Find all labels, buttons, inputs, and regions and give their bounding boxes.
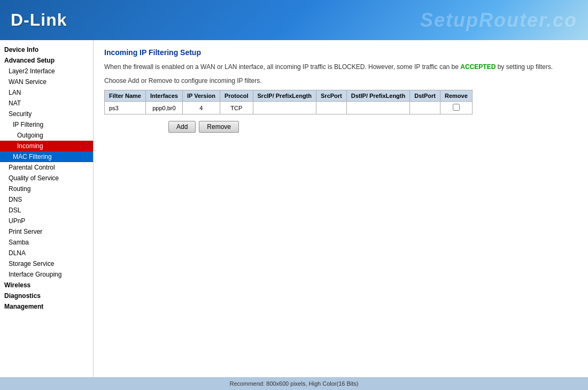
watermark: SetupRouter.co — [420, 9, 577, 32]
sidebar-item-nat[interactable]: NAT — [0, 98, 93, 109]
sidebar-item-upnp[interactable]: UPnP — [0, 216, 93, 226]
col-srcip: SrcIP/ PrefixLength — [253, 90, 316, 102]
page-title: Incoming IP Filtering Setup — [104, 48, 577, 57]
cell-interfaces: ppp0,br0 — [145, 102, 182, 114]
description-accepted: ACCEPTED — [460, 63, 496, 71]
footer: Recommend: 800x600 pixels, High Color(16… — [0, 377, 588, 390]
cell-src-ip — [253, 102, 316, 114]
table-row: ps3 ppp0,br0 4 TCP — [105, 102, 473, 114]
col-dstip: DstIP/ PrefixLength — [346, 90, 409, 102]
logo: D-Link — [11, 10, 67, 30]
description-part1: When the firewall is enabled on a WAN or… — [104, 63, 460, 71]
sidebar-item-incoming[interactable]: Incoming — [0, 141, 93, 151]
sidebar-item-dlna[interactable]: DLNA — [0, 248, 93, 258]
button-row: Add Remove — [168, 121, 577, 133]
sidebar-item-parental-control[interactable]: Parental Control — [0, 162, 93, 173]
sidebar-item-dns[interactable]: DNS — [0, 194, 93, 205]
col-srcport: SrcPort — [316, 90, 347, 102]
instruction-text: Choose Add or Remove to configure incomi… — [104, 77, 577, 85]
sidebar: Device Info Advanced Setup Layer2 Interf… — [0, 40, 94, 377]
sidebar-item-print-server[interactable]: Print Server — [0, 226, 93, 237]
description: When the firewall is enabled on a WAN or… — [104, 62, 577, 72]
cell-src-port — [316, 102, 347, 114]
layout: Device Info Advanced Setup Layer2 Interf… — [0, 40, 588, 377]
sidebar-item-advanced-setup[interactable]: Advanced Setup — [0, 55, 93, 66]
header: D-Link SetupRouter.co — [0, 0, 588, 40]
sidebar-item-outgoing[interactable]: Outgoing — [0, 130, 93, 141]
sidebar-item-layer2-interface[interactable]: Layer2 Interface — [0, 66, 93, 77]
col-protocol: Protocol — [220, 90, 253, 102]
remove-checkbox[interactable] — [453, 104, 460, 111]
cell-dst-port — [410, 102, 440, 114]
main-content: Incoming IP Filtering Setup When the fir… — [94, 40, 588, 377]
sidebar-item-management[interactable]: Management — [0, 301, 93, 312]
cell-dst-ip — [346, 102, 409, 114]
col-filter-name: Filter Name — [105, 90, 146, 102]
sidebar-item-security[interactable]: Security — [0, 109, 93, 119]
sidebar-item-wireless[interactable]: Wireless — [0, 280, 93, 290]
sidebar-item-wan-service[interactable]: WAN Service — [0, 77, 93, 87]
sidebar-item-diagnostics[interactable]: Diagnostics — [0, 290, 93, 301]
cell-ip-version: 4 — [182, 102, 220, 114]
footer-text: Recommend: 800x600 pixels, High Color(16… — [230, 380, 359, 387]
add-button[interactable]: Add — [168, 121, 196, 133]
col-ip-version: IP Version — [182, 90, 220, 102]
sidebar-item-device-info[interactable]: Device Info — [0, 44, 93, 55]
col-interfaces: Interfaces — [145, 90, 182, 102]
sidebar-item-lan[interactable]: LAN — [0, 87, 93, 98]
sidebar-item-mac-filtering[interactable]: MAC Filtering — [0, 151, 93, 162]
cell-filter-name: ps3 — [105, 102, 146, 114]
cell-protocol: TCP — [220, 102, 253, 114]
sidebar-item-interface-grouping[interactable]: Interface Grouping — [0, 269, 93, 280]
col-remove: Remove — [440, 90, 472, 102]
sidebar-item-routing[interactable]: Routing — [0, 183, 93, 194]
cell-remove-checkbox[interactable] — [440, 102, 472, 114]
sidebar-item-storage-service[interactable]: Storage Service — [0, 258, 93, 269]
sidebar-item-samba[interactable]: Samba — [0, 237, 93, 248]
remove-button[interactable]: Remove — [199, 121, 239, 133]
sidebar-item-dsl[interactable]: DSL — [0, 205, 93, 216]
col-dstport: DstPort — [410, 90, 440, 102]
description-part2: by setting up filters. — [496, 63, 553, 71]
sidebar-item-ip-filtering[interactable]: IP Filtering — [0, 119, 93, 130]
filter-table: Filter Name Interfaces IP Version Protoc… — [104, 90, 473, 114]
sidebar-item-quality-of-service[interactable]: Quality of Service — [0, 173, 93, 183]
